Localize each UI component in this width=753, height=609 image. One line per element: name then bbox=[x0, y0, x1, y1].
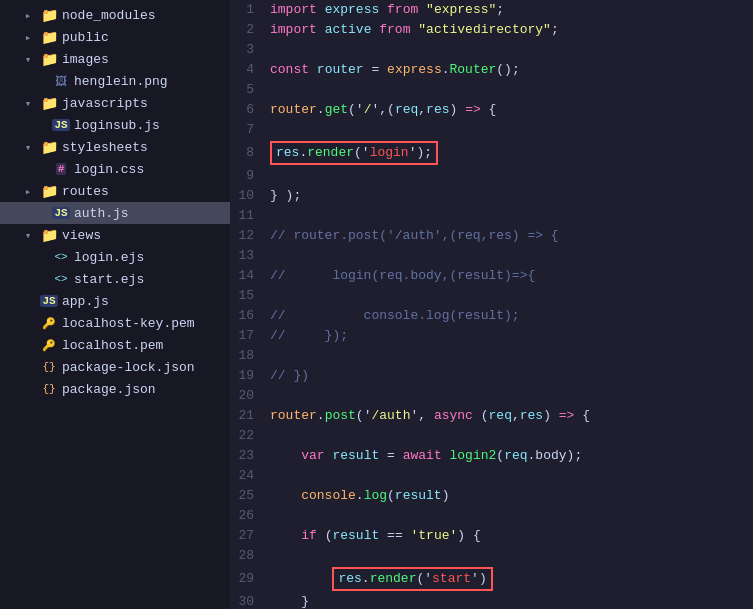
line-number: 6 bbox=[230, 100, 270, 120]
code-line-16: 16 // console.log(result); bbox=[230, 306, 753, 326]
line-number: 24 bbox=[230, 466, 270, 486]
line-number: 21 bbox=[230, 406, 270, 426]
line-number: 15 bbox=[230, 286, 270, 306]
chevron-down-icon bbox=[20, 52, 36, 67]
sidebar-item-stylesheets[interactable]: 📁 stylesheets bbox=[0, 136, 230, 158]
sidebar-item-login-ejs[interactable]: <> login.ejs bbox=[0, 246, 230, 268]
code-line-5: 5 bbox=[230, 80, 753, 100]
sidebar-item-package-lock-json[interactable]: {} package-lock.json bbox=[0, 356, 230, 378]
pem-icon: 🔑 bbox=[41, 317, 57, 330]
line-content: res.render('login'); bbox=[270, 140, 753, 166]
code-line-2: 2 import active from "activedirectory"; bbox=[230, 20, 753, 40]
line-content: var result = await login2(req.body); bbox=[270, 446, 753, 466]
line-content: // router.post('/auth',(req,res) => { bbox=[270, 226, 753, 246]
line-content: router.get('/',(req,res) => { bbox=[270, 100, 753, 120]
ejs-icon: <> bbox=[53, 273, 69, 285]
sidebar-item-label: henglein.png bbox=[74, 74, 168, 89]
code-line-20: 20 bbox=[230, 386, 753, 406]
line-number: 11 bbox=[230, 206, 270, 226]
sidebar-item-javascripts[interactable]: 📁 javascripts bbox=[0, 92, 230, 114]
line-content: // login(req.body,(result)=>{ bbox=[270, 266, 753, 286]
code-line-14: 14 // login(req.body,(result)=>{ bbox=[230, 266, 753, 286]
code-line-12: 12 // router.post('/auth',(req,res) => { bbox=[230, 226, 753, 246]
sidebar-item-loginsub-js[interactable]: JS loginsub.js bbox=[0, 114, 230, 136]
sidebar-item-start-ejs[interactable]: <> start.ejs bbox=[0, 268, 230, 290]
sidebar-item-label: package.json bbox=[62, 382, 156, 397]
line-content: import express from "express"; bbox=[270, 0, 753, 20]
line-number: 26 bbox=[230, 506, 270, 526]
js-icon: JS bbox=[41, 295, 57, 307]
code-line-22: 22 bbox=[230, 426, 753, 446]
sidebar-item-package-json[interactable]: {} package.json bbox=[0, 378, 230, 400]
line-content: // console.log(result); bbox=[270, 306, 753, 326]
sidebar-item-label: localhost-key.pem bbox=[62, 316, 195, 331]
chevron-down-icon bbox=[20, 140, 36, 155]
line-number: 4 bbox=[230, 60, 270, 80]
code-line-29: 29 res.render('start') bbox=[230, 566, 753, 592]
sidebar-item-node-modules[interactable]: 📁 node_modules bbox=[0, 4, 230, 26]
sidebar-item-henglein-png[interactable]: 🖼 henglein.png bbox=[0, 70, 230, 92]
line-number: 7 bbox=[230, 120, 270, 140]
line-number: 13 bbox=[230, 246, 270, 266]
sidebar-item-label: javascripts bbox=[62, 96, 148, 111]
code-line-11: 11 bbox=[230, 206, 753, 226]
line-content: import active from "activedirectory"; bbox=[270, 20, 753, 40]
line-number: 14 bbox=[230, 266, 270, 286]
line-content: if (result == 'true') { bbox=[270, 526, 753, 546]
code-line-27: 27 if (result == 'true') { bbox=[230, 526, 753, 546]
sidebar-item-auth-js[interactable]: JS auth.js bbox=[0, 202, 230, 224]
chevron-down-icon bbox=[20, 96, 36, 111]
chevron-right-icon bbox=[20, 30, 36, 45]
code-line-30: 30 } bbox=[230, 592, 753, 609]
json-icon: {} bbox=[41, 361, 57, 373]
js-icon: JS bbox=[53, 119, 69, 131]
code-line-15: 15 bbox=[230, 286, 753, 306]
sidebar-item-label: stylesheets bbox=[62, 140, 148, 155]
line-number: 23 bbox=[230, 446, 270, 466]
sidebar-item-localhost-pem[interactable]: 🔑 localhost.pem bbox=[0, 334, 230, 356]
line-content: router.post('/auth', async (req,res) => … bbox=[270, 406, 753, 426]
line-content: // }) bbox=[270, 366, 753, 386]
sidebar-item-public[interactable]: 📁 public bbox=[0, 26, 230, 48]
code-line-4: 4 const router = express.Router(); bbox=[230, 60, 753, 80]
code-line-8: 8 res.render('login'); bbox=[230, 140, 753, 166]
line-number: 30 bbox=[230, 592, 270, 609]
sidebar-item-app-js[interactable]: JS app.js bbox=[0, 290, 230, 312]
code-line-18: 18 bbox=[230, 346, 753, 366]
line-content: } bbox=[270, 592, 753, 609]
code-line-1: 1 import express from "express"; bbox=[230, 0, 753, 20]
sidebar-item-label: auth.js bbox=[74, 206, 129, 221]
line-number: 8 bbox=[230, 143, 270, 163]
sidebar-item-localhost-key-pem[interactable]: 🔑 localhost-key.pem bbox=[0, 312, 230, 334]
code-line-19: 19 // }) bbox=[230, 366, 753, 386]
code-line-26: 26 bbox=[230, 506, 753, 526]
sidebar-item-label: node_modules bbox=[62, 8, 156, 23]
code-line-9: 9 bbox=[230, 166, 753, 186]
sidebar-item-label: app.js bbox=[62, 294, 109, 309]
sidebar-item-routes[interactable]: 📁 routes bbox=[0, 180, 230, 202]
sidebar-item-label: loginsub.js bbox=[74, 118, 160, 133]
chevron-right-icon bbox=[20, 184, 36, 199]
chevron-down-icon bbox=[20, 228, 36, 243]
pem-icon: 🔑 bbox=[41, 339, 57, 352]
line-number: 29 bbox=[230, 569, 270, 589]
line-content: const router = express.Router(); bbox=[270, 60, 753, 80]
ejs-icon: <> bbox=[53, 251, 69, 263]
sidebar-item-views[interactable]: 📁 views bbox=[0, 224, 230, 246]
line-number: 3 bbox=[230, 40, 270, 60]
line-number: 12 bbox=[230, 226, 270, 246]
sidebar-item-label: views bbox=[62, 228, 101, 243]
line-content: // }); bbox=[270, 326, 753, 346]
line-number: 10 bbox=[230, 186, 270, 206]
file-explorer: 📁 node_modules 📁 public 📁 images 🖼 hengl… bbox=[0, 0, 230, 609]
sidebar-item-images[interactable]: 📁 images bbox=[0, 48, 230, 70]
folder-icon: 📁 bbox=[41, 139, 57, 156]
chevron-right-icon bbox=[20, 8, 36, 23]
sidebar-item-label: start.ejs bbox=[74, 272, 144, 287]
line-number: 18 bbox=[230, 346, 270, 366]
sidebar-item-login-css[interactable]: # login.css bbox=[0, 158, 230, 180]
sidebar-item-label: login.ejs bbox=[74, 250, 144, 265]
sidebar-item-label: login.css bbox=[74, 162, 144, 177]
folder-icon: 📁 bbox=[41, 183, 57, 200]
line-number: 5 bbox=[230, 80, 270, 100]
